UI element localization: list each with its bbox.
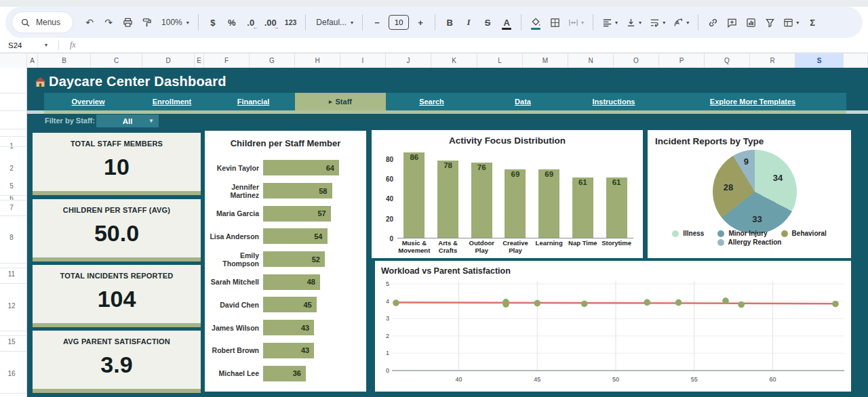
row-header-7[interactable]: 7 bbox=[0, 204, 23, 211]
increase-font-size-button[interactable]: + bbox=[412, 13, 429, 32]
font-select[interactable]: Defaul...▾ bbox=[311, 13, 357, 32]
bar-row: James Wilson43 bbox=[205, 320, 366, 336]
pie-slice-value: 33 bbox=[752, 213, 762, 224]
toolbar-divider bbox=[198, 14, 199, 30]
more-formats-button[interactable]: 123 bbox=[281, 13, 300, 32]
row-header-5[interactable]: 5 bbox=[0, 182, 23, 190]
tab-data[interactable]: Data bbox=[477, 93, 568, 110]
format-currency-button[interactable]: $ bbox=[204, 13, 222, 32]
children-per-staff-chart[interactable]: Children per Staff Member Kevin Taylor64… bbox=[205, 131, 366, 392]
redo-button[interactable]: ↷ bbox=[100, 13, 117, 32]
column-header-D[interactable]: D bbox=[142, 54, 195, 68]
create-filter-button[interactable] bbox=[761, 13, 778, 32]
insert-comment-button[interactable] bbox=[723, 13, 741, 32]
column-header-J[interactable]: J bbox=[386, 54, 431, 68]
bar: 52 bbox=[263, 251, 325, 267]
incident-reports-chart[interactable]: Incident Reports by Type IllnessMinor In… bbox=[648, 130, 851, 258]
strikethrough-button[interactable]: S bbox=[479, 13, 496, 32]
formula-input[interactable] bbox=[81, 38, 868, 52]
vertical-align-button[interactable]: ▾ bbox=[623, 13, 645, 32]
formula-bar: S24 ▾ fx bbox=[0, 38, 868, 53]
chevron-down-icon: ▾ bbox=[795, 20, 799, 26]
column-header-blank bbox=[844, 54, 868, 68]
insert-chart-button[interactable] bbox=[742, 13, 760, 32]
tab-label: Data bbox=[515, 98, 531, 106]
menus-button-label: Menus bbox=[35, 18, 62, 27]
activity-focus-chart[interactable]: Activity Focus Distribution 867876696961… bbox=[372, 130, 643, 258]
column-header-I[interactable]: I bbox=[340, 54, 386, 68]
name-box[interactable]: S24 ▾ bbox=[0, 41, 53, 49]
merge-cells-button[interactable]: ▾ bbox=[565, 13, 587, 32]
bar-category-label: David Chen bbox=[205, 301, 263, 309]
row-header-16[interactable]: 16 bbox=[0, 370, 23, 377]
name-box-caret-icon[interactable]: ▾ bbox=[45, 42, 47, 48]
tab-instructions[interactable]: Instructions bbox=[568, 93, 659, 110]
text-color-button[interactable]: A bbox=[498, 13, 515, 32]
redo-button-glyph: ↷ bbox=[104, 17, 113, 28]
column-header-H[interactable]: H bbox=[295, 54, 340, 68]
text-rotation-button[interactable]: A▾ bbox=[670, 13, 692, 32]
column-header-G[interactable]: G bbox=[250, 54, 295, 68]
tab-label: Overview bbox=[72, 98, 105, 106]
font-size-input[interactable]: 10 bbox=[389, 15, 409, 30]
column-header-E[interactable]: E bbox=[195, 54, 204, 68]
column-header-K[interactable]: K bbox=[431, 54, 477, 68]
column-header-Q[interactable]: Q bbox=[705, 54, 750, 68]
workload-satisfaction-chart[interactable]: Workload vs Parent Satisfaction 01234540… bbox=[375, 261, 851, 392]
bar-value-label: 43 bbox=[301, 346, 314, 354]
print-button[interactable] bbox=[119, 13, 136, 32]
table-views-button[interactable]: ▾ bbox=[780, 13, 802, 32]
increase-decimal-button[interactable]: .00→ bbox=[261, 13, 280, 32]
row-divider bbox=[0, 393, 27, 394]
bar-category-label: Jennifer Martinez bbox=[205, 183, 263, 199]
y-axis-tick: 1 bbox=[378, 350, 389, 356]
column-header-O[interactable]: O bbox=[614, 54, 659, 68]
staff-filter-dropdown[interactable]: All ▼ bbox=[96, 114, 159, 127]
merge-icon bbox=[568, 18, 578, 28]
decrease-decimal-button[interactable]: .0← bbox=[242, 13, 260, 32]
tab-enrollment[interactable]: Enrollment bbox=[132, 93, 212, 110]
row-header-12[interactable]: 12 bbox=[0, 302, 23, 310]
column-header-C[interactable]: C bbox=[91, 54, 142, 68]
text-wrap-button[interactable]: ▾ bbox=[646, 13, 669, 32]
menus-button[interactable]: Menus bbox=[12, 12, 73, 33]
column-header-N[interactable]: N bbox=[568, 54, 614, 68]
tab-financial[interactable]: Financial bbox=[212, 93, 295, 110]
tab-label: Search bbox=[419, 98, 444, 106]
row-header-2[interactable]: 2 bbox=[0, 165, 23, 172]
decrease-font-size-button-glyph: − bbox=[374, 18, 380, 28]
zoom-select[interactable]: 100%▾ bbox=[157, 13, 193, 32]
row-header-11[interactable]: 11 bbox=[0, 270, 23, 278]
paint-format-button[interactable] bbox=[138, 13, 155, 32]
plot-area: 86787669696161 bbox=[397, 149, 633, 238]
column-header-R[interactable]: R bbox=[750, 54, 795, 68]
insert-link-button[interactable] bbox=[704, 13, 722, 32]
column-header-B[interactable]: B bbox=[38, 54, 91, 68]
column-header-L[interactable]: L bbox=[477, 54, 523, 68]
cell-reference: S24 bbox=[8, 41, 22, 49]
kpi-value: 104 bbox=[98, 280, 136, 323]
horizontal-align-button[interactable]: ▾ bbox=[599, 13, 621, 32]
row-header-8[interactable]: 8 bbox=[0, 234, 23, 241]
pie-slice-value: 34 bbox=[773, 173, 783, 183]
undo-button[interactable]: ↶ bbox=[81, 13, 98, 32]
column-header-S[interactable]: S bbox=[795, 54, 844, 68]
chart-title: Activity Focus Distribution bbox=[372, 135, 643, 146]
format-percent-button[interactable]: % bbox=[223, 13, 241, 32]
borders-button[interactable] bbox=[546, 13, 564, 32]
fill-color-button[interactable] bbox=[527, 13, 545, 32]
tab-search[interactable]: Search bbox=[386, 93, 477, 110]
tab-label: Enrollment bbox=[153, 98, 191, 106]
tab-staff[interactable]: ▸Staff bbox=[295, 93, 386, 110]
bold-button[interactable]: B bbox=[441, 13, 458, 32]
functions-button[interactable]: Σ bbox=[804, 13, 821, 32]
column-header-P[interactable]: P bbox=[659, 54, 705, 68]
tab-explore-more-templates[interactable]: Explore More Templates bbox=[659, 93, 846, 110]
column-header-F[interactable]: F bbox=[204, 54, 250, 68]
column-header-M[interactable]: M bbox=[523, 54, 568, 68]
row-header-15[interactable]: 15 bbox=[0, 338, 23, 346]
column-header-A[interactable]: A bbox=[27, 54, 38, 68]
italic-button[interactable]: I bbox=[460, 13, 477, 32]
tab-overview[interactable]: Overview bbox=[44, 93, 132, 110]
decrease-font-size-button[interactable]: − bbox=[368, 13, 386, 32]
